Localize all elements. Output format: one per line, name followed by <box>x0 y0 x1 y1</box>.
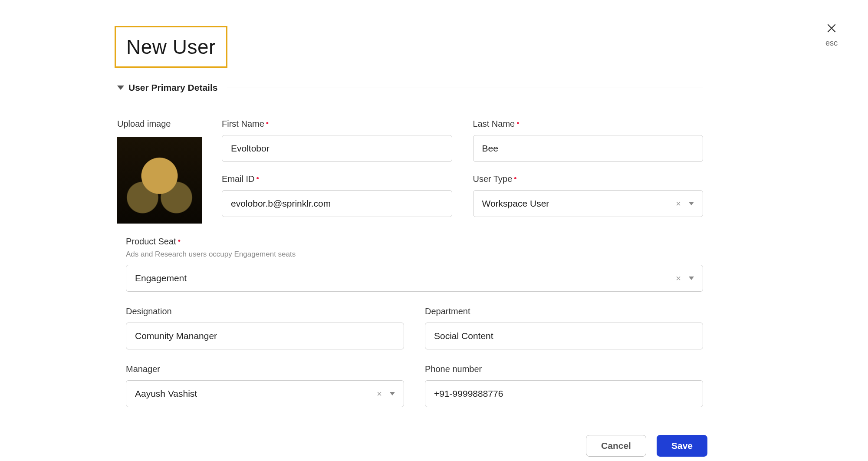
close-icon[interactable] <box>826 23 837 36</box>
section-divider <box>227 88 703 88</box>
select-controls: × <box>377 389 395 398</box>
email-usertype-row: Email ID• evolobor.b@sprinklr.com User T… <box>222 174 703 217</box>
designation-label: Designation <box>126 306 404 316</box>
required-dot-icon: • <box>514 174 516 183</box>
first-name-value: Evoltobor <box>231 143 270 154</box>
product-seat-label: Product Seat• <box>126 237 703 247</box>
phone-label: Phone number <box>425 364 703 374</box>
email-field-wrap: Email ID• evolobor.b@sprinklr.com <box>222 174 452 217</box>
product-seat-field-wrap: Product Seat• Ads and Research users occ… <box>126 237 703 292</box>
manager-phone-row: Manager Aayush Vashist × Phone number +9… <box>126 364 703 407</box>
designation-field-wrap: Designation Comunity Mananger <box>126 306 404 349</box>
page-title: New User <box>126 35 216 59</box>
user-type-field-wrap: User Type• Workspace User × <box>473 174 704 217</box>
cancel-button[interactable]: Cancel <box>586 435 646 457</box>
user-type-label-text: User Type <box>473 174 513 184</box>
last-name-field: Last Name• Bee <box>473 119 704 162</box>
close-label: esc <box>825 39 838 48</box>
required-dot-icon: • <box>256 174 259 183</box>
user-type-select[interactable]: Workspace User × <box>473 190 704 217</box>
phone-value: +91-9999888776 <box>434 389 503 399</box>
last-name-label-text: Last Name <box>473 119 515 128</box>
email-label: Email ID• <box>222 174 452 184</box>
designation-input[interactable]: Comunity Mananger <box>126 323 404 349</box>
select-controls: × <box>676 274 694 283</box>
required-dot-icon: • <box>266 119 269 128</box>
user-primary-details-section: User Primary Details Upload image First … <box>117 82 703 224</box>
top-fields: First Name• Evoltobor Last Name• Bee Ema… <box>222 119 703 224</box>
chevron-down-icon[interactable] <box>390 392 395 395</box>
product-seat-hint: Ads and Research users occupy Engagement… <box>126 250 703 259</box>
product-seat-label-text: Product Seat <box>126 237 176 246</box>
select-controls: × <box>676 199 694 208</box>
new-user-modal: New User esc User Primary Details Upload… <box>0 0 868 461</box>
full-width-fields: Product Seat• Ads and Research users occ… <box>126 237 703 407</box>
user-type-label: User Type• <box>473 174 704 184</box>
department-label: Department <box>425 306 703 316</box>
upload-image-column: Upload image <box>117 119 202 224</box>
modal-footer: Cancel Save <box>0 430 868 461</box>
close-area: esc <box>825 23 838 48</box>
manager-select[interactable]: Aayush Vashist × <box>126 380 404 407</box>
user-type-value: Workspace User <box>482 198 549 209</box>
first-name-label: First Name• <box>222 119 452 129</box>
first-name-input[interactable]: Evoltobor <box>222 135 452 162</box>
avatar-upload[interactable] <box>117 137 202 224</box>
phone-field-wrap: Phone number +91-9999888776 <box>425 364 703 407</box>
caret-down-icon <box>117 86 124 90</box>
required-dot-icon: • <box>516 119 519 128</box>
first-name-label-text: First Name <box>222 119 264 128</box>
designation-value: Comunity Mananger <box>135 331 217 341</box>
last-name-input[interactable]: Bee <box>473 135 704 162</box>
upload-image-label: Upload image <box>117 119 202 129</box>
email-label-text: Email ID <box>222 174 255 184</box>
first-name-field: First Name• Evoltobor <box>222 119 452 162</box>
product-seat-value: Engagement <box>135 273 187 283</box>
last-name-label: Last Name• <box>473 119 704 129</box>
email-value: evolobor.b@sprinklr.com <box>231 198 331 209</box>
manager-value: Aayush Vashist <box>135 389 197 399</box>
chevron-down-icon[interactable] <box>689 202 694 205</box>
modal-header: New User <box>115 26 833 68</box>
manager-field-wrap: Manager Aayush Vashist × <box>126 364 404 407</box>
section-title: User Primary Details <box>128 82 217 93</box>
department-field-wrap: Department Social Content <box>425 306 703 349</box>
chevron-down-icon[interactable] <box>689 277 694 280</box>
required-dot-icon: • <box>178 237 181 245</box>
save-button[interactable]: Save <box>657 435 707 457</box>
clear-icon[interactable]: × <box>676 274 681 283</box>
product-seat-select[interactable]: Engagement × <box>126 265 703 292</box>
form-grid-top: Upload image First Name• Evoltobor Last … <box>117 119 703 224</box>
name-row: First Name• Evoltobor Last Name• Bee <box>222 119 703 162</box>
designation-department-row: Designation Comunity Mananger Department… <box>126 306 703 349</box>
section-header[interactable]: User Primary Details <box>117 82 703 93</box>
department-value: Social Content <box>434 331 493 341</box>
page-title-highlight: New User <box>115 26 227 68</box>
last-name-value: Bee <box>482 143 498 154</box>
clear-icon[interactable]: × <box>676 199 681 208</box>
email-field[interactable]: evolobor.b@sprinklr.com <box>222 190 452 217</box>
phone-input[interactable]: +91-9999888776 <box>425 380 703 407</box>
manager-label: Manager <box>126 364 404 374</box>
clear-icon[interactable]: × <box>377 389 382 398</box>
department-input[interactable]: Social Content <box>425 323 703 349</box>
